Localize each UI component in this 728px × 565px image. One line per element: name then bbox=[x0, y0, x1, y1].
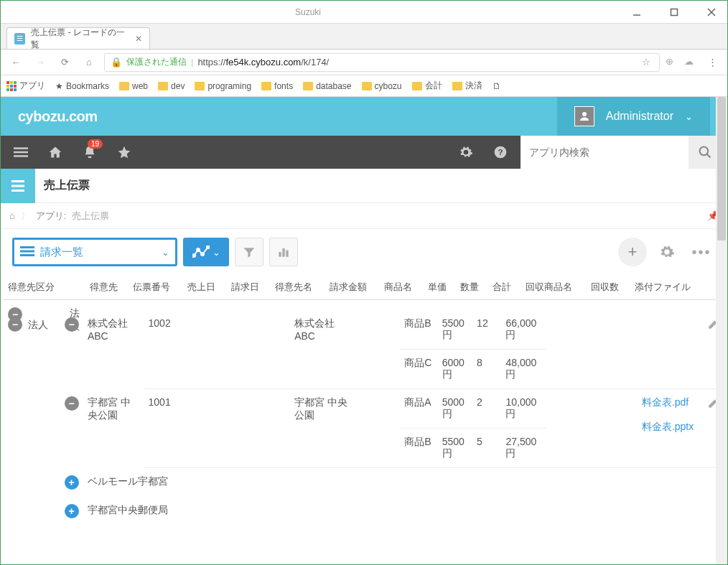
expand-icon[interactable]: + bbox=[65, 475, 79, 490]
graph-button[interactable]: ⌄ bbox=[183, 238, 229, 266]
col-attachment[interactable]: 添付ファイル bbox=[630, 275, 707, 300]
folder-icon bbox=[362, 82, 372, 90]
url-box[interactable]: 🔒 保護された通信 | https://fe54k.cybozu.com/k/1… bbox=[104, 53, 660, 72]
bookmark-folder[interactable]: cybozu bbox=[362, 81, 402, 91]
notification-badge: 19 bbox=[88, 139, 103, 149]
bookmark-page[interactable]: 🗋 bbox=[493, 81, 501, 91]
bookmark-star-icon[interactable]: ☆ bbox=[639, 57, 653, 67]
view-select[interactable]: 請求一覧 ⌄ bbox=[12, 238, 177, 266]
view-name: 請求一覧 bbox=[40, 246, 83, 259]
help-icon[interactable]: ? bbox=[486, 138, 515, 167]
col-product[interactable]: 商品名 bbox=[380, 275, 424, 300]
tab-close-icon[interactable]: ✕ bbox=[135, 34, 142, 44]
cell-customer-name: 宇都宮 中央公園 bbox=[290, 389, 357, 468]
home-icon[interactable] bbox=[41, 138, 70, 167]
reload-button[interactable]: ⟳ bbox=[55, 53, 74, 72]
maximize-button[interactable] bbox=[664, 2, 684, 22]
app-icon bbox=[1, 169, 35, 203]
bookmark-folder[interactable]: fonts bbox=[261, 81, 293, 91]
menu-button[interactable]: ⋮ bbox=[703, 53, 722, 72]
table-row[interactable]: + ベルモール宇都宮 bbox=[4, 468, 724, 497]
apps-icon bbox=[6, 81, 17, 91]
window-user: Suzuki bbox=[295, 7, 321, 17]
svg-rect-12 bbox=[11, 180, 24, 182]
svg-rect-15 bbox=[20, 246, 34, 248]
extension-icon-1[interactable]: ⊕ bbox=[666, 56, 678, 69]
col-collect-qty[interactable]: 回収数 bbox=[587, 275, 630, 300]
cell-qty: 12 bbox=[472, 310, 501, 350]
cell-slip-no: 1001 bbox=[144, 389, 191, 468]
app-name: 売上伝票 bbox=[44, 178, 90, 193]
svg-rect-17 bbox=[20, 254, 34, 256]
notification-icon[interactable]: 19 bbox=[75, 138, 104, 167]
filter-button[interactable] bbox=[235, 238, 263, 266]
col-unit-price[interactable]: 単価 bbox=[424, 275, 456, 300]
scrollbar-thumb[interactable] bbox=[717, 97, 726, 241]
bookmark-folder[interactable]: dev bbox=[158, 81, 185, 91]
bookmark-folder[interactable]: programing bbox=[195, 81, 251, 91]
chart-button[interactable] bbox=[269, 238, 298, 266]
col-sales-date[interactable]: 売上日 bbox=[183, 275, 227, 300]
minimize-button[interactable] bbox=[627, 2, 647, 22]
folder-icon bbox=[158, 82, 168, 90]
table-row[interactable]: − 法人 − 株式会社ABC 1002 株式会社ABC 商品B 5500円 12… bbox=[4, 310, 724, 350]
collapse-icon[interactable]: − bbox=[8, 317, 22, 332]
home-button[interactable]: ⌂ bbox=[80, 53, 98, 72]
col-qty[interactable]: 数量 bbox=[456, 275, 488, 300]
bookmark-folder[interactable]: 決済 bbox=[452, 80, 482, 92]
bookmarks-bar: アプリ ★ Bookmarks web dev programing fonts… bbox=[1, 75, 727, 97]
col-billing-amount[interactable]: 請求金額 bbox=[325, 275, 380, 300]
svg-rect-5 bbox=[14, 147, 28, 149]
svg-rect-16 bbox=[20, 250, 34, 252]
cell-customer-name: 株式会社ABC bbox=[290, 310, 357, 389]
more-button[interactable]: ••• bbox=[687, 238, 716, 266]
folder-icon bbox=[195, 82, 205, 90]
gear-icon[interactable] bbox=[452, 138, 480, 167]
svg-point-10 bbox=[700, 147, 709, 156]
apps-shortcut[interactable]: アプリ bbox=[6, 80, 45, 92]
menu-icon[interactable] bbox=[6, 138, 35, 167]
table-row[interactable]: + 宇都宮中央郵便局 bbox=[4, 497, 724, 526]
bookmarks-shortcut[interactable]: ★ Bookmarks bbox=[55, 81, 109, 91]
col-category[interactable]: 得意先区分 bbox=[4, 275, 70, 300]
folder-icon bbox=[452, 82, 462, 90]
bookmark-folder[interactable]: 会計 bbox=[412, 80, 442, 92]
cell-qty: 8 bbox=[472, 350, 501, 389]
col-collect-product[interactable]: 回収商品名 bbox=[521, 275, 587, 300]
back-button[interactable]: ← bbox=[6, 53, 25, 72]
search-input[interactable] bbox=[521, 146, 689, 158]
cell-unit-price: 6000円 bbox=[438, 350, 472, 389]
col-slip-no[interactable]: 伝票番号 bbox=[129, 275, 183, 300]
expand-icon[interactable]: + bbox=[65, 504, 79, 518]
breadcrumb-home-icon[interactable]: ⌂ bbox=[9, 210, 15, 221]
bookmark-folder[interactable]: database bbox=[303, 81, 351, 91]
settings-button[interactable] bbox=[653, 238, 681, 266]
attachment-link[interactable]: 料金表.pdf bbox=[642, 396, 689, 408]
svg-rect-7 bbox=[14, 155, 28, 157]
vertical-scrollbar[interactable] bbox=[716, 97, 727, 564]
admin-dropdown[interactable]: Administrator ⌄ bbox=[557, 97, 710, 136]
cell-qty: 5 bbox=[472, 429, 501, 468]
table-row[interactable]: − 宇都宮 中央公園 1001 宇都宮 中央公園 商品A 5000円 2 10,… bbox=[4, 389, 724, 429]
svg-rect-13 bbox=[11, 185, 24, 187]
logo[interactable]: cybozu.com bbox=[18, 108, 98, 125]
favorite-icon[interactable] bbox=[110, 138, 139, 167]
forward-button[interactable]: → bbox=[31, 53, 50, 72]
tab-favicon: ☰ bbox=[14, 33, 25, 45]
col-total[interactable]: 合計 bbox=[488, 275, 521, 300]
extension-icon-2[interactable]: ☁ bbox=[684, 56, 697, 69]
attachment-link[interactable]: 料金表.pptx bbox=[642, 421, 694, 432]
col-customer-name[interactable]: 得意先名 bbox=[271, 275, 325, 300]
bookmark-folder[interactable]: web bbox=[119, 81, 148, 91]
browser-tab[interactable]: ☰ 売上伝票 - レコードの一覧 ✕ bbox=[6, 27, 150, 49]
svg-line-11 bbox=[707, 154, 711, 158]
col-customer[interactable]: 得意先 bbox=[85, 275, 129, 300]
col-billing-date[interactable]: 請求日 bbox=[227, 275, 271, 300]
cell-product: 商品B bbox=[400, 429, 437, 468]
table-header-row: 得意先区分 得意先 伝票番号 売上日 請求日 得意先名 請求金額 商品名 単価 … bbox=[4, 275, 724, 300]
chevron-down-icon: ⌄ bbox=[685, 111, 693, 122]
add-record-button[interactable]: + bbox=[618, 238, 647, 266]
close-button[interactable] bbox=[701, 2, 722, 22]
collapse-icon[interactable]: − bbox=[65, 396, 79, 411]
collapse-icon[interactable]: − bbox=[65, 317, 79, 332]
